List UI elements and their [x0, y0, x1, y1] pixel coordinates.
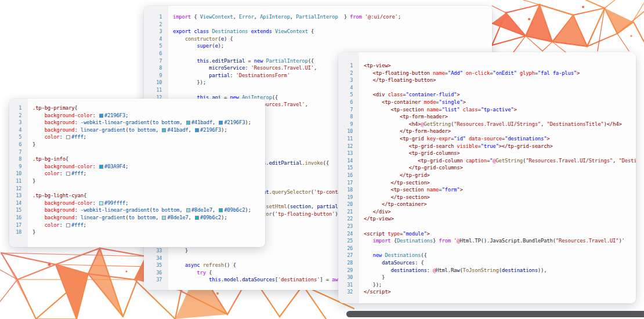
line-number: 6 — [338, 99, 359, 106]
code-line: 15 </tp-grid-columns> — [338, 164, 636, 172]
code-line: 1.tp-bg-primary{ — [9, 104, 265, 112]
line-number: 14 — [338, 157, 359, 165]
code-token: "Resources.Travel.UI/Strings" — [526, 158, 613, 164]
code-token: }); — [364, 282, 382, 288]
code-line: 1<tp-view> — [338, 62, 636, 70]
line-number: 10 — [144, 79, 168, 86]
code-token: microService — [209, 65, 245, 71]
code-token: caption — [466, 158, 487, 164]
code-line: 26 — [338, 245, 636, 252]
code-token: <tp-grid-column — [418, 158, 463, 164]
code-line: 18} — [9, 229, 265, 236]
code-line: 8.tp-bg-info{ — [9, 155, 265, 163]
code-token: "Resources.Travel.UI/Strings" — [454, 121, 541, 127]
code-line-content: background-color: #03A9F4; — [28, 163, 265, 171]
code-token: model — [224, 277, 239, 282]
code-token: name — [427, 187, 439, 193]
code-token: 'Resources.Travel.UI' — [251, 65, 314, 71]
code-line: 25 import {Destinations} from '@Html.TP(… — [338, 237, 636, 245]
code-line-content: <tp-container mode="single"> — [359, 99, 636, 106]
code-token: #41badf — [167, 127, 188, 133]
code-token — [32, 222, 45, 228]
line-number: 37 — [144, 276, 168, 284]
code-token — [32, 119, 45, 125]
code-token: #2196F3 — [224, 119, 245, 125]
line-number: 15 — [9, 206, 28, 214]
code-token: on-click — [466, 70, 490, 76]
code-token: { — [308, 28, 314, 34]
code-token: extends — [251, 28, 272, 34]
code-line: 3 </tp-floating-button> — [338, 77, 636, 84]
code-token: </tp-section> — [391, 194, 430, 200]
code-token: , — [179, 119, 185, 125]
code-token: import — [373, 238, 391, 244]
code-token: { — [66, 156, 68, 162]
code-line-content: import { ViewContext, Error, ApiInterop,… — [168, 13, 492, 21]
code-line-content: <tp-grid-columns> — [359, 150, 636, 157]
code-line: 12 — [9, 185, 265, 193]
code-line-content: } — [28, 229, 265, 236]
line-number: 3 — [338, 77, 359, 84]
code-token: color — [45, 171, 60, 176]
code-line: 2 — [144, 21, 492, 28]
code-line: 18 <tp-section name="form"> — [338, 186, 636, 194]
code-line-content: <tp-grid-search visible="true"></tp-grid… — [359, 143, 636, 150]
code-line-content — [359, 245, 636, 252]
code-token: ); — [221, 127, 227, 133]
line-number: 16 — [338, 172, 359, 179]
code-line: 14 background-color: #99ffff; — [9, 200, 265, 207]
code-token: from — [439, 238, 451, 244]
line-number: 5 — [144, 42, 168, 50]
code-token: Error — [239, 14, 254, 20]
line-number: 11 — [9, 177, 28, 185]
code-line: 31 }); — [338, 281, 636, 289]
code-token: color — [45, 222, 60, 228]
code-token: class — [388, 92, 403, 97]
color-swatch — [66, 135, 70, 139]
code-line: 21 </div> — [338, 208, 636, 216]
code-line: 17 </tp-section> — [338, 179, 636, 187]
code-token: </div> — [373, 209, 391, 215]
code-line-content: color: #fff; — [28, 133, 265, 141]
code-panel-html[interactable]: 1<tp-view>2 <tp-floating-button name="Ad… — [338, 52, 636, 303]
code-token: </tp-form-header> — [400, 128, 451, 134]
code-line: 15 background: -webkit-linear-gradient(t… — [9, 206, 265, 214]
line-number: 19 — [338, 194, 359, 201]
code-token: "tp-active" — [481, 107, 514, 113]
code-token: </tp-view> — [364, 216, 394, 222]
code-token: .tp-bg-light-cyan — [32, 193, 84, 198]
code-token: "destinations" — [505, 136, 547, 142]
line-number: 10 — [338, 128, 359, 135]
code-token: ); — [245, 207, 251, 213]
code-token: : — [74, 207, 80, 213]
code-token: } — [173, 248, 188, 253]
code-line-content: <div class="container-fluid"> — [359, 91, 636, 99]
line-number: 13 — [9, 192, 28, 200]
code-token: ; — [398, 14, 401, 20]
code-token: , — [188, 215, 194, 220]
code-token: : — [74, 127, 80, 133]
code-token — [32, 134, 45, 140]
code-line: 29 destinations: @Html.Raw(ToJsonString(… — [338, 267, 636, 274]
code-token: background — [45, 215, 75, 220]
code-line-content: </script> — [359, 288, 636, 296]
code-line: 11} — [9, 177, 265, 185]
code-token: Destinations — [397, 238, 433, 244]
line-number: 24 — [338, 230, 359, 238]
code-token: constructor — [185, 36, 218, 42]
code-line-content — [359, 84, 636, 92]
line-number: 14 — [9, 200, 28, 207]
code-token: "container-fluid" — [406, 92, 457, 97]
code-token: name — [427, 107, 439, 113]
code-token: > — [427, 231, 430, 237]
code-line: 17 color: #fff; — [9, 222, 265, 229]
code-token: ; — [125, 113, 128, 118]
code-panel-css[interactable]: 1.tp-bg-primary{2 background-color: #219… — [9, 99, 265, 247]
code-token: <tp-section — [391, 187, 424, 193]
code-token: </h4> — [607, 121, 622, 127]
code-token: destinations — [391, 267, 427, 273]
code-token: : — [92, 164, 98, 169]
code-line-content: <script type="module"> — [359, 230, 636, 238]
code-token: '@:ui/core' — [365, 14, 398, 20]
color-swatch — [66, 223, 70, 227]
